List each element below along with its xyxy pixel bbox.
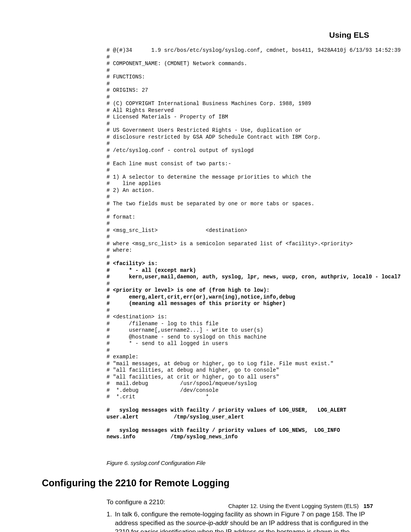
code-priority-bold: # <priority or level> is one of (from hi… xyxy=(107,287,295,307)
page: Using ELS # @(#)34 1.9 src/bos/etc/syslo… xyxy=(0,0,411,532)
section-heading: Configuring the 2210 for Remote Logging xyxy=(42,478,377,489)
source-ip-addr-italic: source-ip-addr xyxy=(186,519,228,527)
code-examples-bold: # syslog messages with facilty / priorit… xyxy=(107,407,346,440)
code-block-3: # # <destination> is: # /filename - log … xyxy=(107,307,334,400)
list-number: 1. xyxy=(107,510,115,532)
figure-caption: Figure 6. syslog.conf Configuration File xyxy=(107,460,377,466)
code-block-1: # @(#)34 1.9 src/bos/etc/syslog/syslog.c… xyxy=(107,47,401,260)
footer-chapter: Chapter 12. Using the Event Logging Syst… xyxy=(228,503,359,509)
page-footer: Chapter 12. Using the Event Logging Syst… xyxy=(228,503,373,509)
code-block-2: # xyxy=(107,281,110,287)
ordered-list-item-1: 1. In talk 6, configure the remote-loggi… xyxy=(107,510,377,532)
syslog-conf-listing: # @(#)34 1.9 src/bos/etc/syslog/syslog.c… xyxy=(107,47,377,441)
page-number: 157 xyxy=(363,503,373,509)
code-facility-bold: # <facility> is: # * - all (except mark)… xyxy=(107,260,401,280)
running-head: Using ELS xyxy=(42,30,377,40)
list-text: In talk 6, configure the remote-logging … xyxy=(115,510,377,532)
